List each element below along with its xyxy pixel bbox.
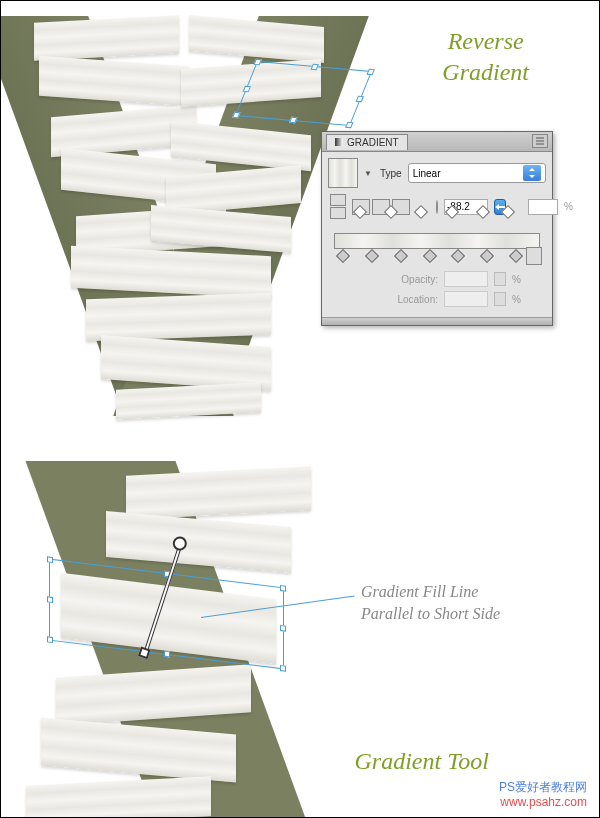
panel-tab-bar: GRADIENT — [322, 132, 552, 152]
selection-handle[interactable] — [47, 556, 53, 563]
location-stepper[interactable] — [494, 292, 506, 306]
fill-swatch[interactable] — [330, 194, 346, 206]
gradient-panel[interactable]: GRADIENT ▼ Type Linear — [321, 131, 553, 326]
bandage — [86, 293, 271, 341]
preview-dropdown-arrow[interactable]: ▼ — [364, 169, 374, 178]
gradient-slider[interactable] — [334, 227, 540, 263]
gradient-tool-heading: Gradient Tool — [355, 746, 489, 777]
selection-handle[interactable] — [243, 85, 251, 92]
color-stop[interactable] — [423, 249, 437, 263]
opacity-label: Opacity: — [401, 274, 438, 285]
type-select[interactable]: Linear — [408, 163, 546, 183]
selection-handle[interactable] — [345, 122, 353, 129]
color-stop[interactable] — [336, 249, 350, 263]
color-stop[interactable] — [394, 249, 408, 263]
selection-handle[interactable] — [366, 69, 374, 76]
opacity-input[interactable] — [444, 271, 488, 287]
callout-text: Gradient Fill Line Parallel to Short Sid… — [361, 581, 500, 626]
angle-icon — [436, 200, 438, 214]
ratio-input[interactable] — [528, 199, 558, 215]
selection-bounding-box[interactable] — [235, 61, 372, 126]
selection-handle[interactable] — [356, 95, 364, 102]
selection-handle[interactable] — [280, 625, 286, 632]
selection-handle[interactable] — [253, 59, 261, 66]
selection-handle[interactable] — [47, 636, 53, 643]
color-stop[interactable] — [451, 249, 465, 263]
color-stop[interactable] — [509, 249, 523, 263]
color-stop[interactable] — [365, 249, 379, 263]
opacity-stepper[interactable] — [494, 272, 506, 286]
panel-menu-button[interactable] — [532, 134, 548, 148]
watermark-line2: www.psahz.com — [499, 795, 587, 811]
type-value: Linear — [413, 168, 441, 179]
percent-label: % — [512, 274, 522, 285]
stroke-swatch[interactable] — [330, 207, 346, 219]
color-stop[interactable] — [480, 249, 494, 263]
selection-handle[interactable] — [164, 651, 170, 658]
bandage — [116, 382, 261, 420]
gradient-preview-swatch[interactable] — [328, 158, 358, 188]
bandage — [126, 466, 311, 520]
gradient-bar[interactable] — [334, 233, 540, 249]
reverse-gradient-heading: Reverse Gradient — [442, 26, 529, 88]
bandage — [34, 15, 179, 61]
selection-handle[interactable] — [310, 64, 318, 71]
panel-resize-grip[interactable] — [322, 317, 552, 325]
percent-label: % — [564, 201, 573, 212]
select-arrows-icon — [523, 165, 541, 181]
watermark: PS爱好者教程网 www.psahz.com — [499, 780, 587, 811]
panel-title: GRADIENT — [347, 137, 399, 148]
type-label: Type — [380, 168, 402, 179]
selection-handle[interactable] — [280, 585, 286, 592]
panel-body: ▼ Type Linear — [322, 152, 552, 317]
watermark-line1: PS爱好者教程网 — [499, 780, 587, 796]
gradient-icon — [335, 138, 343, 146]
gradient-tab[interactable]: GRADIENT — [326, 134, 408, 150]
selection-handle[interactable] — [280, 665, 286, 672]
delete-stop-icon[interactable] — [526, 247, 542, 265]
selection-handle[interactable] — [47, 596, 53, 603]
bandage — [26, 776, 211, 818]
location-input[interactable] — [444, 291, 488, 307]
location-label: Location: — [397, 294, 438, 305]
percent-label: % — [512, 294, 522, 305]
